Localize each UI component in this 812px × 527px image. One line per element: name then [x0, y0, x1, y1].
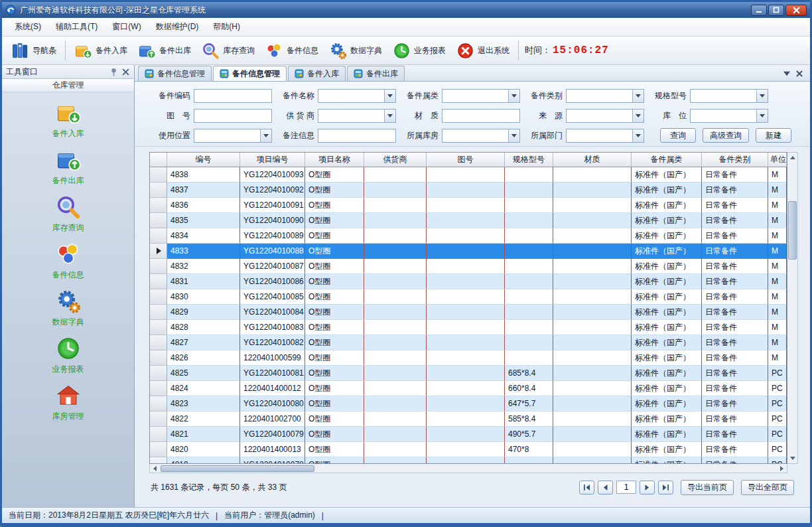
grid-cell[interactable]: PC	[768, 366, 787, 381]
dropdown-arrow-icon[interactable]	[384, 90, 395, 102]
search-input-field[interactable]	[194, 90, 271, 102]
grid-cell[interactable]: 标准件（国产）	[632, 427, 702, 442]
grid-cell[interactable]	[427, 213, 505, 228]
dropdown-arrow-icon[interactable]	[508, 90, 519, 102]
grid-cell[interactable]: 标准件（国产）	[632, 167, 702, 183]
sidebar-item-report[interactable]: 业务报表	[52, 336, 84, 375]
grid-cell[interactable]: 日常备件	[702, 350, 768, 366]
dropdown-arrow-icon[interactable]	[632, 110, 643, 122]
table-row[interactable]: 4832YG12204010087O型圈标准件（国产）日常备件M	[150, 259, 787, 274]
grid-cell[interactable]: 日常备件	[702, 183, 768, 198]
grid-cell[interactable]: 4837	[167, 183, 240, 198]
grid-cell[interactable]	[427, 305, 505, 320]
last-page-button[interactable]	[658, 481, 673, 494]
search-input-field[interactable]	[567, 129, 632, 142]
grid-cell[interactable]	[553, 259, 632, 274]
grid-cell[interactable]: O型圈	[305, 442, 364, 457]
grid-cell[interactable]: 标准件（国产）	[632, 305, 702, 320]
grid-cell[interactable]: O型圈	[305, 259, 364, 274]
horizontal-scrollbar[interactable]	[149, 464, 787, 473]
sidebar-item-dictionary[interactable]: 数据字典	[52, 289, 84, 328]
grid-cell[interactable]	[553, 427, 632, 442]
grid-cell[interactable]	[553, 305, 632, 320]
grid-cell[interactable]: PC	[768, 381, 787, 396]
grid-cell[interactable]: 4827	[167, 335, 240, 350]
grid-cell[interactable]: 1220401400012	[240, 381, 305, 396]
grid-cell[interactable]: 4819	[167, 457, 240, 463]
grid-cell[interactable]	[427, 289, 505, 305]
grid-cell[interactable]: O型圈	[305, 320, 364, 335]
grid-cell[interactable]: YG12204010087	[240, 259, 305, 274]
grid-cell[interactable]: 日常备件	[702, 259, 768, 274]
grid-cell[interactable]	[427, 457, 505, 463]
table-row[interactable]: 48221220401002700O型圈585*8.4标准件（国产）日常备件PC	[150, 412, 787, 427]
grid-cell[interactable]: O型圈	[305, 381, 364, 396]
grid-cell[interactable]: 标准件（国产）	[632, 198, 702, 213]
scroll-right-icon[interactable]	[777, 464, 787, 473]
close-panel-icon[interactable]	[121, 68, 130, 76]
table-row[interactable]: 4819YG12204010078O型圈标准件（国产）日常备件PC	[150, 457, 787, 463]
grid-cell[interactable]: 日常备件	[702, 228, 768, 244]
grid-cell[interactable]: M	[768, 305, 787, 320]
grid-cell[interactable]	[364, 228, 427, 244]
grid-cell[interactable]	[364, 259, 427, 274]
toolbar-dictionary-button[interactable]: 数据字典	[324, 39, 387, 62]
grid-cell[interactable]	[364, 167, 427, 183]
grid-cell[interactable]	[505, 305, 553, 320]
column-header[interactable]: 编号	[167, 153, 240, 167]
grid-cell[interactable]	[505, 244, 553, 259]
grid-cell[interactable]: 标准件（国产）	[632, 381, 702, 396]
grid-cell[interactable]: O型圈	[305, 289, 364, 305]
next-page-button[interactable]	[640, 481, 655, 494]
grid-cell[interactable]	[553, 396, 632, 412]
table-row[interactable]: 4823YG12204010080O型圈647*5.7标准件（国产）日常备件PC	[150, 396, 787, 412]
grid-cell[interactable]	[364, 412, 427, 427]
grid-cell[interactable]: 4821	[167, 427, 240, 442]
grid-cell[interactable]: O型圈	[305, 350, 364, 366]
grid-cell[interactable]: 685*8.4	[505, 366, 553, 381]
grid-cell[interactable]	[364, 198, 427, 213]
vertical-scrollbar[interactable]	[787, 152, 798, 464]
sidebar-item-warehouse[interactable]: 库房管理	[52, 383, 84, 422]
grid-cell[interactable]: 日常备件	[702, 305, 768, 320]
grid-cell[interactable]	[427, 381, 505, 396]
horizontal-scroll-thumb[interactable]	[161, 465, 314, 472]
grid-cell[interactable]	[364, 335, 427, 350]
grid-cell[interactable]	[553, 244, 632, 259]
grid-cell[interactable]: 日常备件	[702, 412, 768, 427]
grid-cell[interactable]: YG12204010085	[240, 289, 305, 305]
grid-cell[interactable]: 4838	[167, 167, 240, 183]
pin-icon[interactable]	[109, 68, 118, 76]
grid-cell[interactable]	[427, 228, 505, 244]
grid-cell[interactable]	[505, 350, 553, 366]
grid-cell[interactable]: 标准件（国产）	[632, 366, 702, 381]
grid-cell[interactable]	[364, 396, 427, 412]
tab-1[interactable]: 备件信息管理	[213, 66, 287, 81]
sidebar-item-stock-query[interactable]: 库存查询	[52, 194, 84, 234]
grid-cell[interactable]	[505, 259, 553, 274]
grid-cell[interactable]	[505, 228, 553, 244]
grid-cell[interactable]: PC	[768, 412, 787, 427]
grid-cell[interactable]: 日常备件	[702, 213, 768, 228]
grid-cell[interactable]: 日常备件	[702, 167, 768, 183]
grid-cell[interactable]: 日常备件	[702, 396, 768, 412]
grid-cell[interactable]	[427, 335, 505, 350]
grid-cell[interactable]	[553, 457, 632, 463]
table-row[interactable]: 4833YG12204010088O型圈标准件（国产）日常备件M	[150, 244, 787, 259]
grid-cell[interactable]: YG12204010079	[240, 427, 305, 442]
grid-cell[interactable]: YG12204010080	[240, 396, 305, 412]
grid-cell[interactable]	[505, 457, 553, 463]
toolbar-exit-button[interactable]: 退出系统	[451, 39, 515, 62]
column-header[interactable]: 项目编号	[240, 153, 305, 167]
grid-cell[interactable]: 647*5.7	[505, 396, 553, 412]
search-input-field[interactable]	[442, 129, 508, 142]
first-page-button[interactable]	[579, 481, 594, 494]
grid-cell[interactable]: 标准件（国产）	[632, 213, 702, 228]
grid-cell[interactable]: 4829	[167, 305, 240, 320]
grid-cell[interactable]: YG12204010082	[240, 335, 305, 350]
grid-cell[interactable]	[553, 442, 632, 457]
grid-cell[interactable]: 标准件（国产）	[632, 274, 702, 289]
grid-cell[interactable]: 4832	[167, 259, 240, 274]
grid-cell[interactable]: 标准件（国产）	[632, 244, 702, 259]
vertical-scroll-thumb[interactable]	[788, 201, 797, 260]
